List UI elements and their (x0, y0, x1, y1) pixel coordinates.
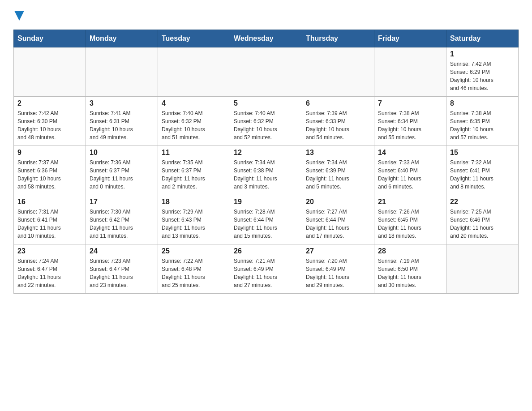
page-header (13, 9, 519, 21)
calendar-cell: 27Sunrise: 7:20 AM Sunset: 6:49 PM Dayli… (302, 244, 374, 294)
day-info: Sunrise: 7:31 AM Sunset: 6:41 PM Dayligh… (17, 208, 82, 240)
day-number: 15 (450, 149, 515, 157)
day-info: Sunrise: 7:36 AM Sunset: 6:37 PM Dayligh… (90, 158, 154, 191)
day-info: Sunrise: 7:34 AM Sunset: 6:39 PM Dayligh… (306, 158, 370, 191)
calendar-cell: 23Sunrise: 7:24 AM Sunset: 6:47 PM Dayli… (14, 244, 86, 294)
calendar-cell: 14Sunrise: 7:33 AM Sunset: 6:40 PM Dayli… (374, 146, 446, 195)
weekday-header-saturday: Saturday (446, 30, 519, 47)
calendar-cell: 13Sunrise: 7:34 AM Sunset: 6:39 PM Dayli… (302, 146, 374, 195)
calendar-cell: 10Sunrise: 7:36 AM Sunset: 6:37 PM Dayli… (86, 146, 158, 195)
calendar-week-row: 23Sunrise: 7:24 AM Sunset: 6:47 PM Dayli… (14, 244, 519, 294)
logo (13, 9, 24, 21)
day-number: 23 (17, 247, 82, 255)
day-info: Sunrise: 7:29 AM Sunset: 6:43 PM Dayligh… (162, 208, 226, 240)
day-number: 7 (378, 99, 442, 107)
day-number: 20 (306, 198, 370, 206)
day-number: 26 (234, 247, 298, 255)
day-info: Sunrise: 7:40 AM Sunset: 6:32 PM Dayligh… (234, 109, 298, 141)
day-number: 4 (162, 99, 226, 107)
day-info: Sunrise: 7:34 AM Sunset: 6:38 PM Dayligh… (234, 158, 298, 191)
calendar-cell: 21Sunrise: 7:26 AM Sunset: 6:45 PM Dayli… (374, 195, 446, 244)
calendar-cell: 20Sunrise: 7:27 AM Sunset: 6:44 PM Dayli… (302, 195, 374, 244)
day-number: 18 (162, 198, 226, 206)
calendar-cell: 26Sunrise: 7:21 AM Sunset: 6:49 PM Dayli… (230, 244, 302, 294)
calendar-cell: 5Sunrise: 7:40 AM Sunset: 6:32 PM Daylig… (230, 97, 302, 146)
day-number: 2 (17, 99, 82, 107)
calendar-cell: 15Sunrise: 7:32 AM Sunset: 6:41 PM Dayli… (446, 146, 519, 195)
calendar-cell (14, 47, 86, 97)
weekday-header-wednesday: Wednesday (230, 30, 302, 47)
calendar-cell: 7Sunrise: 7:38 AM Sunset: 6:34 PM Daylig… (374, 97, 446, 146)
weekday-header-row: SundayMondayTuesdayWednesdayThursdayFrid… (14, 30, 519, 47)
calendar-cell: 2Sunrise: 7:42 AM Sunset: 6:30 PM Daylig… (14, 97, 86, 146)
svg-marker-0 (14, 11, 24, 21)
calendar-cell: 3Sunrise: 7:41 AM Sunset: 6:31 PM Daylig… (86, 97, 158, 146)
day-number: 9 (17, 149, 82, 157)
day-number: 22 (450, 198, 515, 206)
calendar-cell (302, 47, 374, 97)
day-info: Sunrise: 7:19 AM Sunset: 6:50 PM Dayligh… (378, 257, 442, 289)
day-info: Sunrise: 7:20 AM Sunset: 6:49 PM Dayligh… (306, 257, 370, 289)
calendar-cell: 8Sunrise: 7:38 AM Sunset: 6:35 PM Daylig… (446, 97, 519, 146)
day-number: 27 (306, 247, 370, 255)
day-info: Sunrise: 7:38 AM Sunset: 6:35 PM Dayligh… (450, 109, 515, 141)
day-info: Sunrise: 7:39 AM Sunset: 6:33 PM Dayligh… (306, 109, 370, 141)
day-info: Sunrise: 7:38 AM Sunset: 6:34 PM Dayligh… (378, 109, 442, 141)
calendar-table: SundayMondayTuesdayWednesdayThursdayFrid… (13, 30, 519, 294)
day-info: Sunrise: 7:28 AM Sunset: 6:44 PM Dayligh… (234, 208, 298, 240)
calendar-cell: 9Sunrise: 7:37 AM Sunset: 6:36 PM Daylig… (14, 146, 86, 195)
day-info: Sunrise: 7:21 AM Sunset: 6:49 PM Dayligh… (234, 257, 298, 289)
day-number: 12 (234, 149, 298, 157)
day-number: 14 (378, 149, 442, 157)
day-number: 6 (306, 99, 370, 107)
calendar-cell (446, 244, 519, 294)
calendar-week-row: 2Sunrise: 7:42 AM Sunset: 6:30 PM Daylig… (14, 97, 519, 146)
calendar-cell: 11Sunrise: 7:35 AM Sunset: 6:37 PM Dayli… (158, 146, 230, 195)
day-number: 5 (234, 99, 298, 107)
day-info: Sunrise: 7:32 AM Sunset: 6:41 PM Dayligh… (450, 158, 515, 191)
calendar-cell: 25Sunrise: 7:22 AM Sunset: 6:48 PM Dayli… (158, 244, 230, 294)
calendar-cell (230, 47, 302, 97)
calendar-cell: 19Sunrise: 7:28 AM Sunset: 6:44 PM Dayli… (230, 195, 302, 244)
day-number: 21 (378, 198, 442, 206)
calendar-cell: 17Sunrise: 7:30 AM Sunset: 6:42 PM Dayli… (86, 195, 158, 244)
day-number: 25 (162, 247, 226, 255)
day-number: 28 (378, 247, 442, 255)
day-info: Sunrise: 7:26 AM Sunset: 6:45 PM Dayligh… (378, 208, 442, 240)
day-info: Sunrise: 7:33 AM Sunset: 6:40 PM Dayligh… (378, 158, 442, 191)
calendar-cell (86, 47, 158, 97)
day-number: 10 (90, 149, 154, 157)
day-info: Sunrise: 7:24 AM Sunset: 6:47 PM Dayligh… (17, 257, 82, 289)
day-info: Sunrise: 7:30 AM Sunset: 6:42 PM Dayligh… (90, 208, 154, 240)
day-number: 1 (450, 50, 515, 58)
day-info: Sunrise: 7:42 AM Sunset: 6:30 PM Dayligh… (17, 109, 82, 141)
calendar-cell: 16Sunrise: 7:31 AM Sunset: 6:41 PM Dayli… (14, 195, 86, 244)
calendar-week-row: 1Sunrise: 7:42 AM Sunset: 6:29 PM Daylig… (14, 47, 519, 97)
calendar-cell (158, 47, 230, 97)
day-info: Sunrise: 7:25 AM Sunset: 6:46 PM Dayligh… (450, 208, 515, 240)
calendar-cell: 24Sunrise: 7:23 AM Sunset: 6:47 PM Dayli… (86, 244, 158, 294)
calendar-cell (374, 47, 446, 97)
logo-triangle-icon (14, 11, 24, 21)
calendar-cell: 4Sunrise: 7:40 AM Sunset: 6:32 PM Daylig… (158, 97, 230, 146)
day-number: 16 (17, 198, 82, 206)
weekday-header-sunday: Sunday (14, 30, 86, 47)
day-info: Sunrise: 7:27 AM Sunset: 6:44 PM Dayligh… (306, 208, 370, 240)
calendar-cell: 22Sunrise: 7:25 AM Sunset: 6:46 PM Dayli… (446, 195, 519, 244)
day-number: 8 (450, 99, 515, 107)
calendar-cell: 1Sunrise: 7:42 AM Sunset: 6:29 PM Daylig… (446, 47, 519, 97)
day-info: Sunrise: 7:40 AM Sunset: 6:32 PM Dayligh… (162, 109, 226, 141)
day-number: 17 (90, 198, 154, 206)
day-info: Sunrise: 7:23 AM Sunset: 6:47 PM Dayligh… (90, 257, 154, 289)
day-info: Sunrise: 7:35 AM Sunset: 6:37 PM Dayligh… (162, 158, 226, 191)
calendar-cell: 18Sunrise: 7:29 AM Sunset: 6:43 PM Dayli… (158, 195, 230, 244)
day-number: 11 (162, 149, 226, 157)
day-info: Sunrise: 7:22 AM Sunset: 6:48 PM Dayligh… (162, 257, 226, 289)
weekday-header-friday: Friday (374, 30, 446, 47)
day-info: Sunrise: 7:41 AM Sunset: 6:31 PM Dayligh… (90, 109, 154, 141)
weekday-header-tuesday: Tuesday (158, 30, 230, 47)
day-number: 24 (90, 247, 154, 255)
day-info: Sunrise: 7:37 AM Sunset: 6:36 PM Dayligh… (17, 158, 82, 191)
calendar-cell: 12Sunrise: 7:34 AM Sunset: 6:38 PM Dayli… (230, 146, 302, 195)
calendar-cell: 28Sunrise: 7:19 AM Sunset: 6:50 PM Dayli… (374, 244, 446, 294)
